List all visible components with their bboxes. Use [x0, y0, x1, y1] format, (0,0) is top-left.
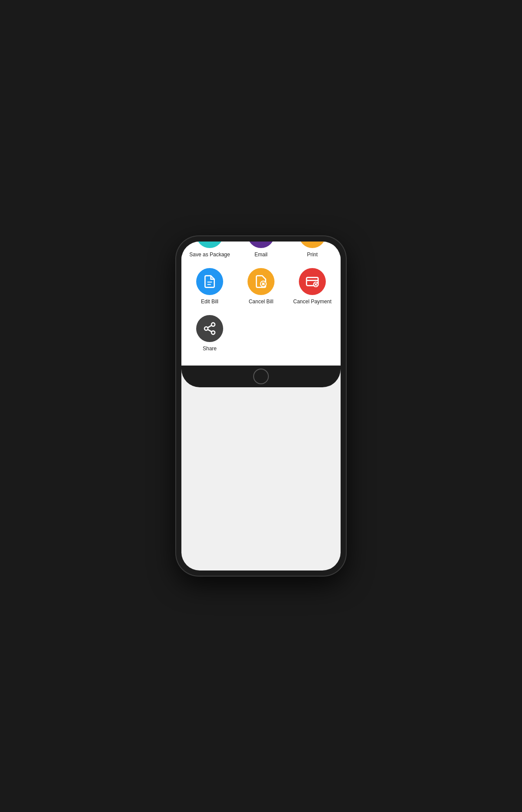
svg-line-20: [207, 325, 211, 328]
phone-screen: Carrier 📶 4:49 PM ‹ Billing Summary: [181, 242, 341, 570]
email-button[interactable]: Email: [237, 242, 285, 261]
cancel-payment-button[interactable]: Cancel Payment: [288, 265, 336, 308]
phone-bottom-bar: [181, 366, 341, 387]
edit-bill-label: Edit Bill: [201, 299, 218, 305]
email-label: Email: [254, 252, 268, 258]
print-label: Print: [307, 252, 318, 258]
share-button[interactable]: Share: [186, 312, 234, 355]
cancel-bill-button[interactable]: Cancel Bill: [237, 265, 285, 308]
modal-overlay: Bill Options: [181, 283, 341, 366]
svg-point-18: [211, 331, 215, 334]
svg-point-17: [204, 327, 208, 330]
share-label: Share: [203, 346, 217, 352]
share-icon: [196, 315, 223, 342]
modal-options-grid: Save as Package Email: [181, 242, 341, 359]
svg-point-16: [211, 323, 215, 326]
email-icon: [248, 242, 274, 248]
edit-bill-button[interactable]: Edit Bill: [186, 265, 234, 308]
print-icon: [299, 242, 326, 248]
phone-frame: Carrier 📶 4:49 PM ‹ Billing Summary: [176, 236, 346, 576]
cancel-bill-label: Cancel Bill: [249, 299, 274, 305]
print-button[interactable]: Print: [288, 242, 336, 261]
save-package-icon: [196, 242, 223, 248]
cancel-bill-icon: [248, 268, 274, 295]
edit-bill-icon: [196, 268, 223, 295]
cancel-payment-label: Cancel Payment: [293, 299, 331, 305]
save-package-label: Save as Package: [189, 252, 230, 258]
svg-line-19: [207, 329, 211, 332]
home-button[interactable]: [253, 369, 269, 384]
cancel-payment-icon: [299, 268, 326, 295]
app-content: + Add a New Bill Diana Dsouza INV4 Mar 1…: [181, 283, 341, 366]
bill-options-modal: Bill Options: [181, 242, 341, 366]
save-as-package-button[interactable]: Save as Package: [186, 242, 234, 261]
